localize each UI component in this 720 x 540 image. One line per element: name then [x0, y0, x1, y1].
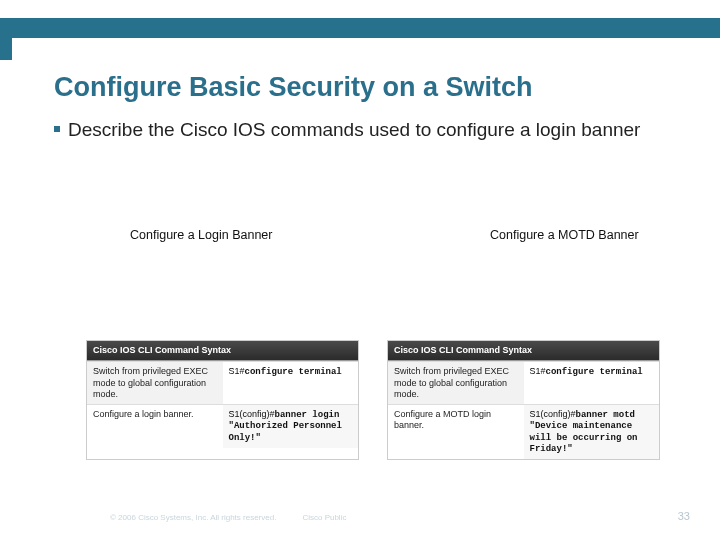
cli-prompt: S1#: [530, 366, 546, 376]
page-number: 33: [678, 510, 690, 522]
panel-title-login: Configure a Login Banner: [130, 228, 272, 242]
header-notch: [0, 38, 12, 60]
table-motd: Cisco IOS CLI Command Syntax Switch from…: [387, 340, 660, 460]
table-row: Switch from privileged EXEC mode to glob…: [87, 361, 358, 404]
bullet-item: Describe the Cisco IOS commands used to …: [54, 118, 660, 142]
cli-command: configure terminal: [546, 367, 643, 377]
cell-desc: Configure a login banner.: [87, 405, 223, 448]
cli-prompt: S1#: [229, 366, 245, 376]
header-bar: [0, 18, 720, 38]
table-login-header: Cisco IOS CLI Command Syntax: [87, 341, 358, 361]
bullet-icon: [54, 126, 60, 132]
cli-prompt: S1(config)#: [229, 409, 275, 419]
cell-desc: Configure a MOTD login banner.: [388, 405, 524, 459]
cell-desc: Switch from privileged EXEC mode to glob…: [87, 362, 223, 404]
table-row: Configure a MOTD login banner. S1(config…: [388, 404, 659, 459]
table-row: Switch from privileged EXEC mode to glob…: [388, 361, 659, 404]
cell-cmd: S1(config)#banner login "Authorized Pers…: [223, 405, 359, 448]
cli-prompt: S1(config)#: [530, 409, 576, 419]
footer: © 2006 Cisco Systems, Inc. All rights re…: [110, 510, 690, 522]
cell-cmd: S1#configure terminal: [524, 362, 660, 404]
footer-public: Cisco Public: [302, 513, 346, 522]
cell-cmd: S1(config)#banner motd "Device maintenan…: [524, 405, 660, 459]
panel-title-motd: Configure a MOTD Banner: [490, 228, 639, 242]
cell-cmd: S1#configure terminal: [223, 362, 359, 404]
cli-command: configure terminal: [245, 367, 342, 377]
slide-title: Configure Basic Security on a Switch: [54, 72, 533, 103]
cell-desc: Switch from privileged EXEC mode to glob…: [388, 362, 524, 404]
table-motd-header: Cisco IOS CLI Command Syntax: [388, 341, 659, 361]
tables-row: Cisco IOS CLI Command Syntax Switch from…: [86, 340, 660, 460]
bullet-text: Describe the Cisco IOS commands used to …: [68, 118, 640, 142]
footer-copyright: © 2006 Cisco Systems, Inc. All rights re…: [110, 513, 276, 522]
table-login: Cisco IOS CLI Command Syntax Switch from…: [86, 340, 359, 460]
table-row: Configure a login banner. S1(config)#ban…: [87, 404, 358, 448]
